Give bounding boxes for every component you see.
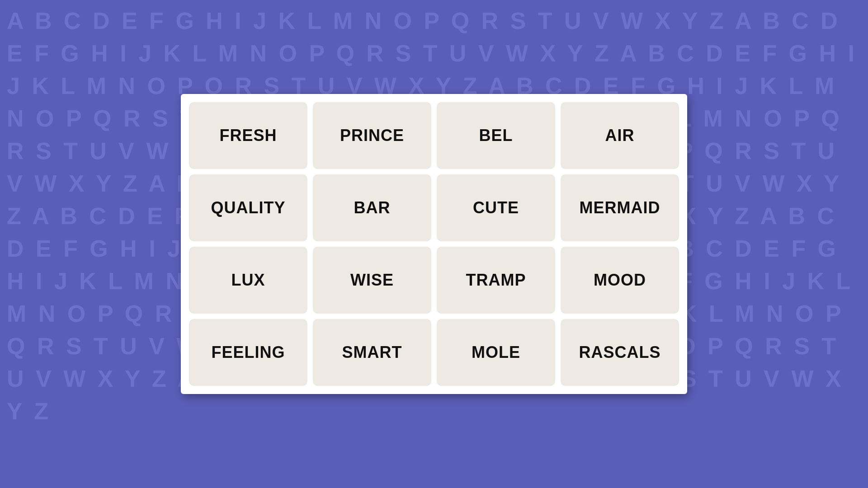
cell-feeling[interactable]: FEELING	[189, 319, 307, 386]
cell-air[interactable]: AIR	[561, 102, 679, 169]
cell-air-label: AIR	[605, 126, 635, 145]
cell-bel-label: BEL	[479, 126, 513, 145]
cell-fresh[interactable]: FRESH	[189, 102, 307, 169]
cell-prince[interactable]: PRINCE	[313, 102, 431, 169]
cell-mole-label: MOLE	[472, 343, 520, 362]
cell-cute[interactable]: CUTE	[437, 174, 555, 241]
cell-cute-label: CUTE	[473, 198, 519, 217]
card-panel: FRESHPRINCEBELAIRQUALITYBARCUTEMERMAIDLU…	[181, 94, 687, 394]
cell-wise-label: WISE	[350, 271, 394, 290]
cell-smart-label: SMART	[342, 343, 402, 362]
cell-mood[interactable]: MOOD	[561, 247, 679, 314]
cell-bar[interactable]: BAR	[313, 174, 431, 241]
cell-rascals[interactable]: RASCALS	[561, 319, 679, 386]
cell-smart[interactable]: SMART	[313, 319, 431, 386]
cell-lux-label: LUX	[231, 271, 265, 290]
cell-mermaid[interactable]: MERMAID	[561, 174, 679, 241]
cell-rascals-label: RASCALS	[579, 343, 660, 362]
cell-quality-label: QUALITY	[211, 198, 286, 217]
cell-lux[interactable]: LUX	[189, 247, 307, 314]
cell-prince-label: PRINCE	[340, 126, 404, 145]
cell-quality[interactable]: QUALITY	[189, 174, 307, 241]
cell-bar-label: BAR	[354, 198, 391, 217]
cell-mole[interactable]: MOLE	[437, 319, 555, 386]
cell-mood-label: MOOD	[594, 271, 646, 290]
cell-tramp[interactable]: TRAMP	[437, 247, 555, 314]
cell-tramp-label: TRAMP	[466, 271, 526, 290]
cell-wise[interactable]: WISE	[313, 247, 431, 314]
cell-fresh-label: FRESH	[219, 126, 277, 145]
cell-mermaid-label: MERMAID	[580, 198, 660, 217]
cell-feeling-label: FEELING	[211, 343, 285, 362]
cell-bel[interactable]: BEL	[437, 102, 555, 169]
word-grid: FRESHPRINCEBELAIRQUALITYBARCUTEMERMAIDLU…	[189, 102, 679, 386]
